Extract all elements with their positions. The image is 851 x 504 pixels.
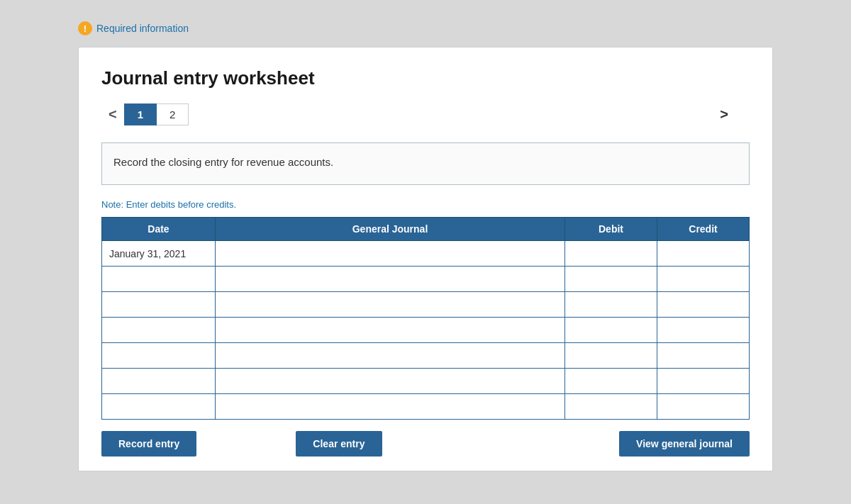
cell-credit[interactable]	[657, 343, 750, 369]
clear-entry-button[interactable]: Clear entry	[296, 431, 382, 457]
record-entry-button[interactable]: Record entry	[101, 431, 196, 457]
description-text: Record the closing entry for revenue acc…	[113, 156, 333, 168]
nav-row: < 1 2 >	[101, 103, 750, 125]
cell-debit[interactable]	[565, 369, 657, 394]
cell-credit[interactable]	[657, 369, 750, 394]
cell-credit[interactable]	[657, 241, 750, 267]
table-row	[102, 318, 750, 343]
cell-date[interactable]	[102, 267, 216, 292]
cell-journal[interactable]	[216, 267, 565, 292]
view-general-journal-button[interactable]: View general journal	[619, 431, 750, 457]
cell-date[interactable]	[102, 318, 216, 343]
cell-debit[interactable]	[565, 343, 657, 369]
cell-debit[interactable]	[565, 241, 657, 267]
table-header-row: Date General Journal Debit Credit	[102, 218, 750, 241]
cell-journal[interactable]	[216, 343, 565, 369]
cell-date[interactable]	[102, 343, 216, 369]
col-header-credit: Credit	[657, 218, 750, 241]
table-row	[102, 343, 750, 369]
main-card: Journal entry worksheet < 1 2 > Record t…	[78, 47, 773, 471]
col-header-journal: General Journal	[216, 218, 565, 241]
cell-date[interactable]: January 31, 2021	[102, 241, 216, 267]
cell-credit[interactable]	[657, 292, 750, 318]
cell-date[interactable]	[102, 292, 216, 318]
cell-debit[interactable]	[565, 318, 657, 343]
table-row: January 31, 2021	[102, 241, 750, 267]
required-info-banner: ! Required information	[78, 21, 773, 35]
page-wrapper: ! Required information Journal entry wor…	[78, 21, 773, 471]
note-text: Note: Enter debits before credits.	[101, 199, 750, 210]
buttons-row: Record entry Clear entry View general jo…	[101, 420, 750, 471]
cell-journal[interactable]	[216, 394, 565, 420]
cell-debit[interactable]	[565, 267, 657, 292]
cell-journal[interactable]	[216, 318, 565, 343]
cell-journal[interactable]	[216, 241, 565, 267]
cell-date[interactable]	[102, 394, 216, 420]
col-header-debit: Debit	[565, 218, 657, 241]
tab-2[interactable]: 2	[157, 103, 189, 125]
nav-left-chevron[interactable]: <	[101, 103, 124, 125]
tab-1[interactable]: 1	[124, 103, 157, 125]
table-row	[102, 394, 750, 420]
cell-debit[interactable]	[565, 394, 657, 420]
journal-table: Date General Journal Debit Credit Januar…	[101, 217, 750, 420]
table-body: January 31, 2021	[102, 241, 750, 420]
cell-credit[interactable]	[657, 267, 750, 292]
cell-credit[interactable]	[657, 394, 750, 420]
table-row	[102, 267, 750, 292]
required-icon: !	[78, 21, 92, 35]
card-title: Journal entry worksheet	[101, 67, 750, 89]
description-box: Record the closing entry for revenue acc…	[101, 142, 750, 185]
table-row	[102, 369, 750, 394]
cell-credit[interactable]	[657, 318, 750, 343]
cell-journal[interactable]	[216, 292, 565, 318]
cell-journal[interactable]	[216, 369, 565, 394]
required-info-text: Required information	[96, 23, 189, 34]
col-header-date: Date	[102, 218, 216, 241]
nav-right-chevron[interactable]: >	[713, 103, 735, 125]
cell-debit[interactable]	[565, 292, 657, 318]
table-row	[102, 292, 750, 318]
cell-date[interactable]	[102, 369, 216, 394]
